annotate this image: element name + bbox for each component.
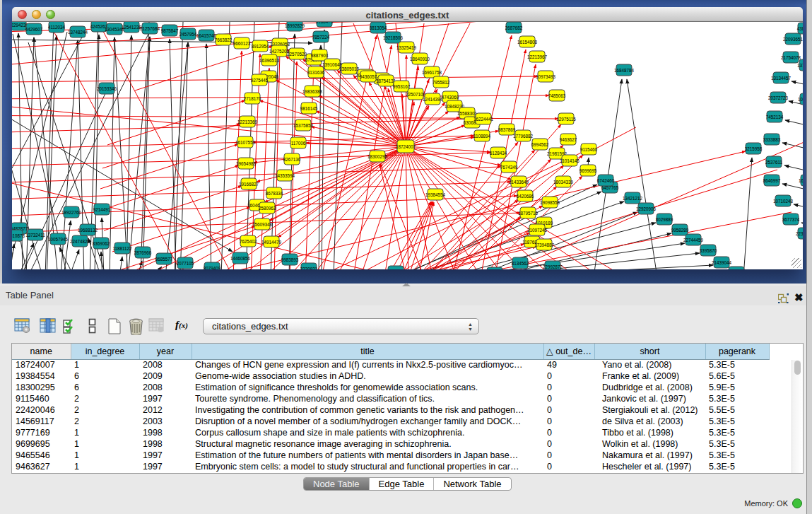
svg-text:9958289: 9958289: [671, 228, 689, 233]
svg-text:21754078: 21754078: [781, 55, 801, 60]
svg-text:12213369: 12213369: [237, 119, 258, 124]
svg-text:9436057: 9436057: [360, 74, 377, 79]
svg-text:11881122: 11881122: [112, 246, 132, 251]
svg-text:12541238: 12541238: [122, 25, 142, 30]
svg-text:21257684: 21257684: [140, 26, 160, 31]
svg-text:18300295: 18300295: [367, 154, 388, 159]
svg-text:3220921: 3220921: [300, 267, 318, 270]
svg-text:2687682: 2687682: [505, 25, 523, 30]
svg-text:1108894: 1108894: [473, 134, 491, 139]
svg-text:10057945: 10057945: [48, 237, 69, 242]
svg-text:13421212: 13421212: [623, 196, 643, 201]
svg-text:19688132: 19688132: [78, 228, 98, 233]
svg-text:17394887: 17394887: [534, 243, 555, 247]
svg-text:18795716: 18795716: [518, 211, 539, 216]
svg-text:22570529: 22570529: [287, 52, 307, 57]
svg-text:7625402: 7625402: [240, 239, 257, 244]
svg-text:9699695: 9699695: [579, 168, 597, 173]
svg-text:8029889: 8029889: [656, 217, 673, 222]
svg-text:6742460: 6742460: [597, 178, 615, 183]
svg-text:17796882: 17796882: [513, 134, 534, 139]
svg-text:9115460: 9115460: [580, 147, 598, 152]
svg-text:15588301: 15588301: [457, 111, 478, 116]
svg-text:3333883: 3333883: [763, 137, 781, 142]
svg-text:13732411: 13732411: [25, 233, 45, 238]
svg-text:2876966: 2876966: [134, 250, 152, 255]
svg-text:16213925: 16213925: [799, 178, 803, 183]
svg-text:14460856: 14460856: [230, 256, 251, 261]
svg-text:10327246: 10327246: [798, 97, 803, 102]
svg-text:16154808: 16154808: [517, 40, 538, 45]
svg-text:3395870: 3395870: [700, 248, 717, 253]
svg-text:2457954: 2457954: [180, 32, 197, 37]
svg-text:18640910: 18640910: [410, 57, 430, 62]
svg-text:21433649: 21433649: [509, 180, 529, 185]
svg-text:8685577: 8685577: [155, 257, 173, 262]
svg-text:16961758: 16961758: [422, 70, 442, 75]
svg-text:21097245: 21097245: [527, 228, 548, 233]
svg-text:21439044: 21439044: [712, 260, 732, 265]
svg-text:4112034: 4112034: [48, 25, 66, 30]
svg-text:9953167: 9953167: [393, 84, 411, 89]
svg-text:8134562: 8134562: [512, 261, 529, 266]
svg-text:16396513: 16396513: [259, 58, 280, 63]
svg-text:9660123: 9660123: [233, 41, 251, 46]
svg-text:9275445: 9275445: [251, 78, 269, 83]
svg-text:14914479: 14914479: [261, 240, 282, 245]
svg-text:8267130: 8267130: [283, 157, 301, 162]
svg-text:22093651: 22093651: [783, 37, 803, 42]
svg-text:12975115: 12975115: [556, 117, 576, 122]
svg-text:8079409: 8079409: [204, 266, 221, 270]
svg-text:9983893: 9983893: [281, 257, 299, 262]
svg-text:19166827: 19166827: [239, 182, 259, 187]
svg-text:15375853: 15375853: [293, 123, 314, 128]
svg-text:9463627: 9463627: [560, 137, 577, 142]
svg-text:18992829: 18992829: [285, 23, 305, 28]
svg-text:2580963: 2580963: [259, 206, 276, 211]
svg-text:6994562: 6994562: [531, 142, 549, 147]
svg-text:9837869: 9837869: [498, 127, 516, 132]
svg-text:9875847: 9875847: [161, 28, 179, 33]
svg-text:19384554: 19384554: [425, 192, 446, 197]
svg-text:7663822: 7663822: [215, 37, 233, 42]
svg-text:13134457: 13134457: [771, 76, 792, 81]
svg-text:22992872: 22992872: [543, 264, 563, 269]
svg-text:8912954: 8912954: [252, 44, 269, 49]
svg-text:18034339: 18034339: [553, 180, 574, 185]
svg-text:7674349: 7674349: [500, 165, 518, 170]
svg-text:5188470: 5188470: [316, 22, 334, 24]
svg-text:9887903: 9887903: [311, 53, 329, 58]
svg-text:7485063: 7485063: [548, 93, 566, 98]
svg-text:20031404: 20031404: [386, 269, 406, 270]
svg-text:2718170: 2718170: [244, 96, 261, 101]
svg-text:19218506: 19218506: [383, 35, 404, 40]
svg-text:8678334: 8678334: [266, 191, 283, 196]
svg-text:22330030: 22330030: [796, 231, 803, 236]
svg-text:4389045: 4389045: [797, 26, 803, 31]
svg-text:10973493: 10973493: [536, 74, 556, 79]
svg-text:16224441: 16224441: [473, 117, 494, 122]
svg-text:8369062: 8369062: [93, 241, 110, 246]
svg-text:18922760: 18922760: [61, 210, 82, 215]
svg-text:12213967: 12213967: [527, 54, 548, 59]
svg-text:2537611: 2537611: [765, 160, 783, 165]
svg-text:11014145: 11014145: [560, 158, 579, 163]
svg-text:13748244: 13748244: [68, 30, 88, 35]
svg-text:19098556: 19098556: [540, 200, 560, 205]
svg-text:3215958: 3215958: [745, 146, 763, 151]
svg-text:22474828: 22474828: [70, 239, 90, 244]
svg-text:10710248: 10710248: [773, 199, 794, 204]
svg-text:13754919: 13754919: [797, 63, 803, 68]
svg-text:117006: 117006: [291, 141, 306, 146]
svg-text:3677374: 3677374: [782, 217, 800, 222]
svg-text:12920906: 12920906: [636, 206, 657, 211]
svg-text:8813054: 8813054: [370, 25, 387, 30]
svg-text:19836388: 19836388: [302, 89, 323, 94]
svg-text:7452134: 7452134: [766, 115, 784, 119]
svg-text:7955812: 7955812: [433, 80, 450, 85]
svg-text:16107553: 16107553: [235, 140, 256, 145]
svg-text:2077105: 2077105: [177, 261, 194, 266]
svg-text:16510878: 16510878: [12, 233, 25, 238]
svg-text:9214491: 9214491: [93, 207, 111, 212]
svg-text:18754131: 18754131: [376, 78, 396, 83]
